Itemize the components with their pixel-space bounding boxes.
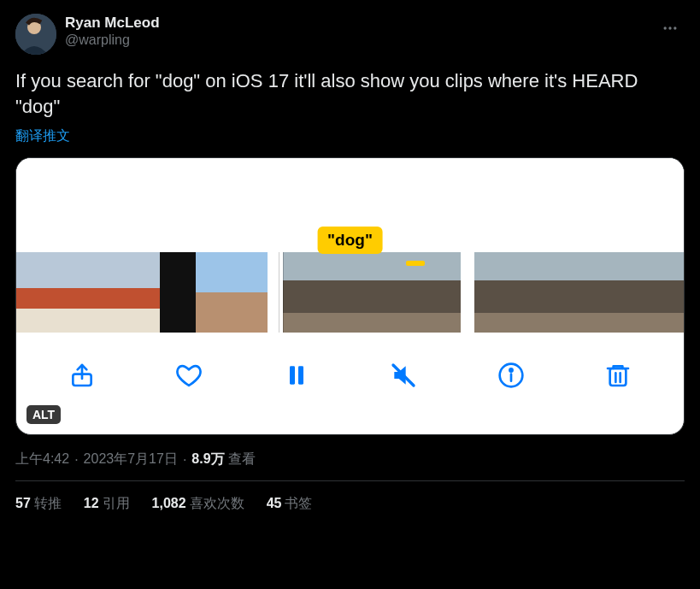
stat-count: 57 [15,496,31,510]
tweet-body: If you search for "dog" on iOS 17 it'll … [15,68,685,119]
clip-thumb[interactable] [353,252,389,333]
tweet-date[interactable]: 2023年7月17日 [84,451,178,468]
timeline-playhead[interactable] [279,252,283,333]
stat-label: 书签 [285,496,312,510]
share-icon[interactable] [67,360,97,391]
display-name[interactable]: Ryan McLeod [65,14,160,32]
svg-point-4 [674,27,676,29]
meta-separator: · [183,452,186,468]
tweet-header: Ryan McLeod @warpling [15,14,685,55]
clip-thumb[interactable] [52,252,88,333]
media-toolbar [16,333,684,418]
quotes-stat[interactable]: 12引用 [84,495,130,513]
stat-label: 喜欢次数 [190,496,244,510]
stat-count: 12 [84,496,99,510]
clip-thumb[interactable] [654,252,684,333]
svg-rect-6 [290,367,295,385]
timeline-match-marker [406,261,425,266]
mute-icon[interactable] [388,360,419,391]
stat-count: 45 [267,496,282,510]
clip-thumb[interactable] [124,252,160,333]
media-card[interactable]: "dog" [15,157,685,435]
info-icon[interactable] [496,360,526,391]
pause-icon[interactable] [281,360,312,391]
clip-thumb[interactable] [425,252,461,333]
stat-label: 转推 [34,496,62,510]
tweet-time[interactable]: 上午4:42 [15,451,69,468]
svg-rect-12 [610,368,626,386]
author-names: Ryan McLeod @warpling [65,14,160,49]
svg-point-11 [509,369,512,372]
trash-icon[interactable] [603,360,633,391]
meta-line: 上午4:42 · 2023年7月17日 · 8.9万 查看 [15,451,685,468]
clip-thumb[interactable] [474,252,510,333]
clip-thumb[interactable] [317,252,353,333]
clip-thumb[interactable] [88,252,124,333]
svg-rect-7 [298,367,303,385]
retweets-stat[interactable]: 57转推 [15,495,62,513]
clip-group[interactable] [16,252,268,333]
likes-stat[interactable]: 1,082喜欢次数 [152,495,244,513]
caption-pill: "dog" [317,227,383,254]
clip-thumb[interactable] [16,252,52,333]
svg-point-2 [664,27,667,29]
handle[interactable]: @warpling [65,32,160,49]
avatar[interactable] [15,14,56,55]
alt-badge[interactable]: ALT [26,405,61,424]
stat-label: 引用 [103,496,130,510]
views-label: 查看 [228,451,256,468]
bookmarks-stat[interactable]: 45书签 [267,495,313,513]
clip-thumb[interactable] [618,252,654,333]
heart-icon[interactable] [174,360,204,391]
stats-row: 57转推 12引用 1,082喜欢次数 45书签 [15,481,685,513]
clip-thumb[interactable] [281,252,317,333]
meta-separator: · [74,452,78,468]
translate-link[interactable]: 翻译推文 [15,127,70,145]
tweet: Ryan McLeod @warpling If you search for … [0,0,700,513]
svg-point-3 [668,27,671,29]
clip-thumb[interactable] [160,252,196,333]
clip-thumb[interactable] [196,252,232,333]
clip-group[interactable] [474,252,684,333]
views-count[interactable]: 8.9万 [191,451,224,468]
clip-group[interactable] [281,252,461,333]
clip-thumb[interactable] [510,252,546,333]
clip-thumb[interactable] [232,252,268,333]
clip-thumb[interactable] [582,252,618,333]
stat-count: 1,082 [152,496,186,510]
more-icon[interactable] [656,14,685,43]
clip-thumb[interactable] [546,252,582,333]
timeline-row[interactable] [16,252,684,333]
